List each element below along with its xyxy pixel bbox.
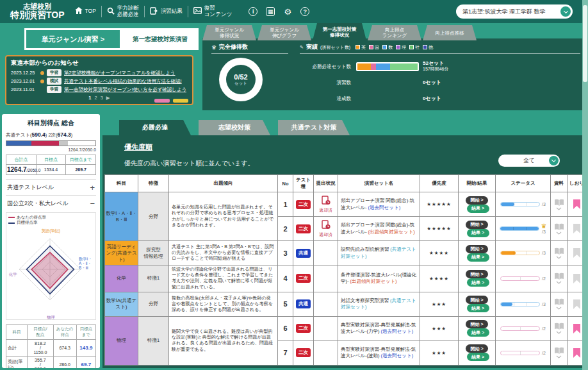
practice-set-tag[interactable]: (過去問セット) <box>368 205 401 210</box>
segment-divider <box>514 203 514 206</box>
progress-fill <box>501 303 512 306</box>
result-button[interactable]: 結果 > <box>467 304 489 312</box>
nav-item-doc[interactable]: 演習結果 <box>150 7 183 17</box>
tab-first-choice-practice[interactable]: 第一志望校対策演習 <box>122 28 199 50</box>
material-book-icon[interactable] <box>552 248 566 259</box>
right-tab-5[interactable]: 向上得点推移 <box>423 25 477 40</box>
pagination-item[interactable]: 2 <box>95 95 97 101</box>
legend-swatch <box>369 45 373 49</box>
practice-tab-1[interactable]: 必勝必達 <box>119 120 191 135</box>
status-cell: /3 <box>496 192 551 217</box>
scrollbar-track[interactable] <box>582 0 588 370</box>
bookmark-icon[interactable] <box>573 299 580 309</box>
start-button[interactable]: 開始 > <box>466 344 488 353</box>
right-tab-3[interactable]: 第一志望校対策 修得状況 <box>313 23 366 40</box>
practice-tab-3[interactable]: 共通テスト対策 <box>278 120 350 135</box>
practice-set-tag[interactable]: (出題傾向対策セット) <box>350 278 397 284</box>
stats-subvalue: 157時間46分 <box>423 67 448 72</box>
fraction-denominator: /3 <box>542 302 546 307</box>
legend-item: 数 <box>382 44 393 51</box>
start-button[interactable]: 開始 > <box>466 296 488 304</box>
start-button[interactable]: 開始 > <box>466 221 488 229</box>
material-book-icon[interactable] <box>552 223 566 235</box>
tab-unit-genre-practice[interactable]: 単元ジャンル演習 > <box>24 28 122 50</box>
scrollbar-thumb[interactable] <box>583 5 587 82</box>
status-bar-wrap: /3 <box>497 251 549 255</box>
material-cell <box>551 316 568 341</box>
practice-set-tag[interactable]: (出題傾向対策セット) <box>368 229 415 235</box>
notice-link[interactable]: 第一志望校対策演習がオープン!使い方を必ず確認しよう <box>64 87 186 93</box>
filter-dropdown[interactable]: 全て <box>498 155 560 167</box>
bookmark-icon[interactable] <box>573 248 580 258</box>
practice-set-tag[interactable]: (過去問セット) <box>381 353 414 358</box>
material-book-icon[interactable] <box>552 323 566 334</box>
material-book-icon[interactable] <box>552 199 566 210</box>
subject-column-header: 目標点 まで <box>76 325 95 340</box>
legend-item: 国 <box>369 44 379 51</box>
expand-icon[interactable]: + <box>90 185 95 191</box>
nav-item-media[interactable]: 復習 コンテンツ <box>193 5 233 18</box>
bookmark-icon[interactable] <box>573 199 580 209</box>
test-type-badge: 共通 <box>296 249 311 258</box>
material-book-icon[interactable] <box>552 347 566 358</box>
status-bar-wrap: ♛/3 <box>497 223 549 234</box>
column-header: 演習セット名 <box>338 175 420 192</box>
result-button[interactable]: 結果 > <box>467 229 489 237</box>
practice-set-link[interactable]: 対話文考察探究型演習 <box>341 298 390 303</box>
practice-set-tag[interactable]: (過去問セット) <box>381 328 414 334</box>
mini-button-1[interactable] <box>154 99 170 103</box>
right-tab-1[interactable]: 単元ジャンル 修得状況 <box>202 25 256 40</box>
result-button[interactable]: 結果 > <box>467 353 489 361</box>
material-book-icon[interactable] <box>552 273 566 284</box>
result-button[interactable]: 結果 > <box>467 253 489 262</box>
status-cell: /3 <box>496 241 551 265</box>
mini-button-2[interactable] <box>173 99 188 103</box>
progress-bar <box>500 276 540 281</box>
material-book-icon[interactable] <box>552 298 566 310</box>
mode-tabs: 単元ジャンル演習 > 第一志望校対策演習 <box>24 28 199 50</box>
notice-link[interactable]: 共通テスト本番レベル模試の効果的な活用方法を確認! <box>64 78 182 85</box>
nav-media-icon <box>193 7 202 16</box>
help-icon[interactable]: ? <box>300 7 309 16</box>
start-result-cell: 開始 >結果 > <box>459 341 496 365</box>
bookmark-icon[interactable] <box>573 324 580 333</box>
your-score: 286.0 <box>53 357 76 369</box>
result-button[interactable]: 結果 > <box>467 278 489 287</box>
start-button[interactable]: 開始 > <box>466 320 488 328</box>
calendar-icon[interactable]: ▦ <box>266 7 275 16</box>
returned-label: 返却済 <box>315 231 336 238</box>
section-niji-level[interactable]: 国公立2次・私大レベル − <box>6 195 96 211</box>
result-button[interactable]: 結果 > <box>467 328 489 337</box>
right-tab-4[interactable]: 向上得点 ランキング <box>368 25 421 40</box>
pagination-item[interactable]: ▶ <box>106 95 110 101</box>
nav-item-search[interactable]: 学力診断 必勝必達 <box>107 5 139 18</box>
first-choice-dropdown[interactable]: 第1志望:筑波大学 理工学群 数学 <box>456 4 573 19</box>
start-button[interactable]: 開始 > <box>466 245 488 253</box>
bookmark-icon[interactable] <box>573 274 580 283</box>
start-button[interactable]: 開始 > <box>466 270 488 278</box>
pagination-item[interactable]: 1 <box>88 95 91 101</box>
pagination-item[interactable]: 3 <box>101 95 103 101</box>
bookmark-icon[interactable] <box>573 224 580 233</box>
nav-home-icon <box>75 7 83 16</box>
start-button[interactable]: 開始 > <box>466 196 488 205</box>
legend-label: 社 <box>415 44 420 51</box>
collapse-icon[interactable]: − <box>90 201 95 207</box>
segment-divider <box>520 277 521 280</box>
bookmark-icon[interactable] <box>573 348 580 358</box>
right-tab-2[interactable]: 単元ジャンル 伸びグラフ <box>257 25 311 40</box>
app-logo: 志望校別 特別演習TOP <box>10 3 65 21</box>
info-icon[interactable]: i <box>249 7 257 16</box>
section-kyotsu-level[interactable]: 共通テストレベル + <box>6 179 96 195</box>
progress-bar <box>500 251 540 255</box>
gear-icon[interactable]: ⚙ <box>283 7 292 16</box>
nav-item-label: 演習結果 <box>161 8 183 15</box>
subject-column-header: 目標点/ 配点 <box>28 325 53 340</box>
result-button[interactable]: 結果 > <box>467 205 489 213</box>
trend-cell: 共通テスト 主に第1問A・B 第2問A・Bでは、設問の先読みをし、本文中から必要… <box>169 241 278 265</box>
practice-set-link[interactable]: 設問先読み型読解演習 <box>341 246 390 252</box>
progress-fraction: /2 <box>542 351 546 355</box>
nav-item-home[interactable]: TOP <box>75 7 96 16</box>
practice-tab-2[interactable]: 志望校対策 <box>199 120 270 135</box>
notice-link[interactable]: 第2志望校機能がオープン!マニュアルを確認しよう <box>64 70 176 76</box>
